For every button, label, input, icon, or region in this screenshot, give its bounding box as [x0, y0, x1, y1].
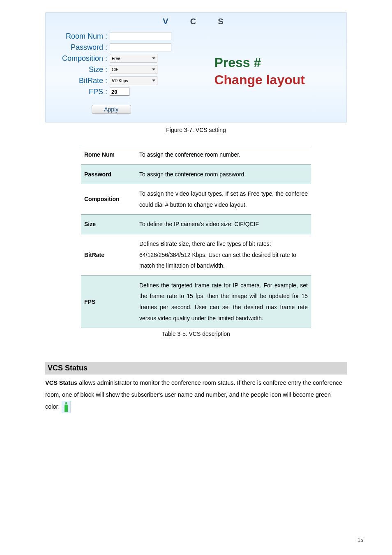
table-row: SizeTo define the IP camera's video size…	[81, 215, 311, 234]
vcs-panel-title: V C S	[46, 17, 346, 26]
vcs-status-bold: VCS Status	[45, 379, 77, 386]
table-row-desc: To define the IP camera's video size: CI…	[136, 215, 311, 234]
table-row: FPSDefines the targeted frame rate for I…	[81, 275, 311, 328]
table-row-desc: To assign the conference room password.	[136, 164, 311, 184]
person-green-icon	[62, 401, 71, 413]
table-row-name: BitRate	[81, 234, 136, 275]
vcs-settings-panel: V C S Room Num : Password : Composition …	[45, 12, 347, 123]
page-number: 15	[357, 537, 363, 543]
bitrate-select[interactable]: 512Kbps	[110, 76, 157, 85]
table-row-desc: Defines Bitrate size, there are five typ…	[136, 234, 311, 275]
vcs-status-text: allows administrator to monitor the conf…	[45, 379, 342, 410]
table-row: BitRateDefines Bitrate size, there are f…	[81, 234, 311, 275]
table-row-name: FPS	[81, 275, 136, 328]
table-row: Rome NumTo assign the conference room nu…	[81, 145, 311, 165]
fps-label: FPS :	[46, 88, 110, 96]
size-label: Size :	[46, 65, 110, 74]
layout-hint-area: Press # Change layout	[181, 29, 346, 114]
table-row-name: Composition	[81, 184, 136, 215]
layout-hint-text: Press # Change layout	[210, 54, 304, 88]
section-heading-vcs-status: VCS Status	[45, 362, 347, 375]
vcs-status-body: VCS Status allows administrator to monit…	[45, 377, 347, 413]
hint-line-2: Change layout	[214, 72, 304, 87]
vcs-description-table: Rome NumTo assign the conference room nu…	[81, 145, 311, 328]
table-row: PasswordTo assign the conference room pa…	[81, 164, 311, 184]
table-row-name: Password	[81, 164, 136, 184]
table-row-name: Rome Num	[81, 145, 136, 165]
room-num-input[interactable]	[110, 32, 171, 40]
hint-line-1: Press #	[214, 55, 261, 70]
composition-value: Free	[112, 56, 120, 61]
table-row-name: Size	[81, 215, 136, 234]
chevron-down-icon	[152, 69, 155, 71]
composition-select[interactable]: Free	[110, 54, 157, 63]
bitrate-value: 512Kbps	[112, 79, 128, 83]
password-input[interactable]	[110, 43, 171, 51]
table-caption: Table 3-5. VCS description	[45, 331, 347, 337]
password-label: Password :	[46, 43, 110, 52]
table-row-desc: To assign the video layout types. If set…	[136, 184, 311, 215]
composition-label: Composition :	[46, 54, 110, 63]
chevron-down-icon	[152, 80, 155, 82]
table-row-desc: To assign the conference room number.	[136, 145, 311, 165]
size-select[interactable]: CIF	[110, 65, 157, 74]
fps-input[interactable]	[110, 88, 129, 96]
apply-button[interactable]: Apply	[92, 105, 131, 114]
room-num-label: Room Num :	[46, 32, 110, 41]
table-row-desc: Defines the targeted frame rate for IP c…	[136, 275, 311, 328]
chevron-down-icon	[152, 58, 155, 60]
size-value: CIF	[112, 67, 118, 72]
vcs-form: Room Num : Password : Composition : Free…	[46, 29, 181, 114]
table-row: CompositionTo assign the video layout ty…	[81, 184, 311, 215]
bitrate-label: BitRate :	[46, 76, 110, 85]
figure-caption: Figure 3-7. VCS setting	[45, 127, 347, 133]
